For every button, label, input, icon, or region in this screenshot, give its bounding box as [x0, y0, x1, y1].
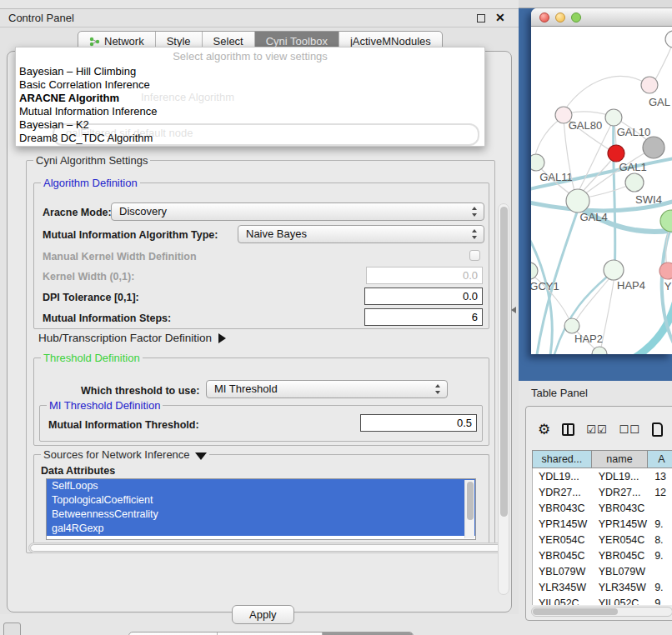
table-row[interactable]: YIL052CYIL052C9	[533, 595, 672, 605]
table-row[interactable]: YBR043CYBR043C	[533, 500, 672, 516]
algorithm-option[interactable]: Bayesian – Hill Climbing	[19, 65, 481, 78]
dropdown-placeholder: Select algorithm to view settings	[16, 50, 484, 62]
pane-splitter-collapse-icon[interactable]	[511, 307, 516, 313]
node-label: SWI4	[635, 193, 662, 206]
algorithm-option[interactable]: ARACNE Algorithm	[19, 92, 481, 105]
table-cell: 9.	[649, 518, 672, 530]
control-panel-window: Control Panel ✕ Network Style Select Cyn…	[0, 8, 519, 614]
tab-select-label: Select	[213, 35, 243, 48]
table-cell: YBR045C	[593, 550, 649, 562]
algorithm-option[interactable]: Bayesian – K2	[19, 118, 481, 132]
manual-kernel-checkbox[interactable]	[469, 250, 480, 261]
bottom-corner-panel-icon[interactable]	[3, 622, 21, 635]
attribute-list-item[interactable]: SelfLoops	[47, 479, 475, 493]
mi-threshold-input[interactable]: 0.5	[360, 414, 477, 432]
close-traffic-light-icon[interactable]	[539, 12, 549, 22]
network-node-gal[interactable]	[641, 77, 658, 93]
table-cell: YLR345W	[593, 582, 649, 593]
columns-icon[interactable]	[562, 423, 574, 436]
column-header-name[interactable]: name	[592, 450, 648, 468]
network-window-titlebar[interactable]	[531, 8, 672, 27]
table-horizontal-scrollbar-thumb[interactable]	[533, 608, 618, 615]
network-edge[interactable]	[577, 122, 613, 194]
which-threshold-select[interactable]: MI Threshold	[206, 380, 448, 398]
sources-legend[interactable]: Sources for Network Inference	[41, 448, 209, 461]
network-graph[interactable]: GALGAL80GAL10GAL1GAL11SWI4GAL4GCY1HAP4YH…	[531, 27, 672, 354]
dpi-tolerance-input[interactable]: 0.0	[364, 288, 483, 305]
network-node[interactable]	[665, 31, 672, 48]
network-node-y[interactable]	[659, 262, 672, 279]
table-row[interactable]: YER054CYER054C8.	[533, 532, 672, 548]
new-table-icon[interactable]	[652, 422, 663, 437]
attribute-list-item[interactable]: BetweennessCentrality	[47, 508, 475, 522]
deselect-all-checkboxes-icon[interactable]: ☐☐	[619, 423, 640, 436]
algorithm-option[interactable]: Mutual Information Inference	[19, 105, 481, 118]
settings-vertical-scrollbar-thumb[interactable]	[500, 207, 508, 517]
attribute-list-item[interactable]: TopologicalCoefficient	[47, 493, 475, 508]
control-panel-title: Control Panel	[8, 12, 74, 24]
network-node-gal4[interactable]	[566, 189, 589, 212]
mi-steps-input[interactable]: 6	[364, 308, 483, 326]
table-row[interactable]: YDR27...YDR27...12	[533, 484, 672, 500]
node-label: Y	[664, 280, 672, 292]
threshold-definition-group: Threshold Definition Which threshold to …	[33, 358, 489, 446]
network-canvas[interactable]: GALGAL80GAL10GAL1GAL11SWI4GAL4GCY1HAP4YH…	[531, 27, 672, 354]
table-row[interactable]: YPR145WYPR145W9.	[533, 516, 672, 532]
table-toolbar: ⚙ ☑☑ ☐☐	[538, 418, 663, 440]
node-table: shared... name A YDL19...YDL19...13YDR27…	[532, 450, 672, 605]
apply-button[interactable]: Apply	[232, 605, 294, 624]
network-edge[interactable]	[568, 112, 610, 116]
select-all-checkboxes-icon[interactable]: ☑☑	[586, 423, 607, 436]
algorithm-option[interactable]: Dream8 DC_TDC Algorithm	[19, 132, 481, 145]
network-node-gal11[interactable]	[531, 154, 544, 171]
settings-horizontal-scrollbar-thumb[interactable]	[30, 544, 502, 552]
network-node-swi4[interactable]	[625, 173, 644, 192]
network-edge[interactable]	[614, 120, 615, 275]
network-node-hap2[interactable]	[564, 318, 579, 333]
zoom-traffic-light-icon[interactable]	[571, 12, 581, 22]
table-cell: YIL052C	[593, 598, 649, 606]
node-label: GAL10	[617, 126, 650, 138]
table-cell: YDR27...	[593, 487, 649, 498]
node-label: HAP4	[617, 279, 645, 292]
aracne-mode-label: Aracne Mode:	[43, 207, 112, 218]
gear-icon[interactable]: ⚙	[538, 422, 550, 437]
algorithm-list[interactable]: Bayesian – Hill ClimbingBasic Correlatio…	[19, 65, 481, 145]
network-node-gcy1[interactable]	[531, 262, 538, 279]
network-node-hap4[interactable]	[604, 260, 624, 280]
attributes-scrollbar-thumb[interactable]	[467, 482, 474, 520]
network-edge[interactable]	[534, 117, 564, 158]
column-header-partial[interactable]: A	[648, 450, 672, 468]
mi-type-select[interactable]: Naive Bayes	[238, 225, 484, 243]
kernel-width-input[interactable]: 0.0	[366, 267, 483, 284]
table-row[interactable]: YBR045CYBR045C9.	[533, 548, 672, 563]
minimize-traffic-light-icon[interactable]	[555, 12, 565, 22]
dpi-tolerance-label: DPI Tolerance [0,1]:	[43, 292, 139, 303]
close-icon[interactable]: ✕	[495, 11, 505, 24]
control-panel-titlebar[interactable]: Control Panel ✕	[0, 9, 519, 28]
attribute-list-item[interactable]: gal4RGexp	[47, 522, 475, 536]
table-body[interactable]: YDL19...YDL19...13YDR27...YDR27...12YBR0…	[532, 468, 672, 605]
table-row[interactable]: YBL079WYBL079W	[533, 563, 672, 579]
table-horizontal-scrollbar[interactable]	[531, 607, 672, 617]
node-label: GCY1	[531, 280, 559, 292]
table-cell: YBR043C	[533, 502, 593, 514]
network-node[interactable]	[643, 137, 664, 158]
attributes-vertical-scrollbar[interactable]	[464, 480, 474, 538]
column-header-shared-name[interactable]: shared...	[532, 450, 592, 468]
aracne-mode-select[interactable]: Discovery	[111, 202, 484, 221]
kernel-width-label: Kernel Width (0,1):	[43, 271, 134, 282]
data-attributes-list[interactable]: SelfLoopsTopologicalCoefficientBetweenne…	[46, 478, 476, 540]
hub-definition-expander[interactable]: Hub/Transcription Factor Definition	[38, 332, 226, 344]
network-node[interactable]	[660, 210, 672, 232]
network-view-window: GALGAL80GAL10GAL1GAL11SWI4GAL4GCY1HAP4YH…	[531, 8, 672, 354]
table-row[interactable]: YLR345WYLR345W9.	[533, 579, 672, 595]
network-edge[interactable]	[564, 76, 649, 110]
settings-horizontal-scrollbar[interactable]	[28, 542, 507, 553]
settings-vertical-scrollbar[interactable]	[498, 203, 509, 595]
network-node-gal1[interactable]	[608, 145, 624, 162]
network-node-gal10[interactable]	[605, 109, 622, 126]
table-row[interactable]: YDL19...YDL19...13	[533, 468, 672, 484]
float-window-icon[interactable]	[477, 14, 485, 22]
algorithm-option[interactable]: Basic Correlation Inference	[19, 78, 481, 92]
